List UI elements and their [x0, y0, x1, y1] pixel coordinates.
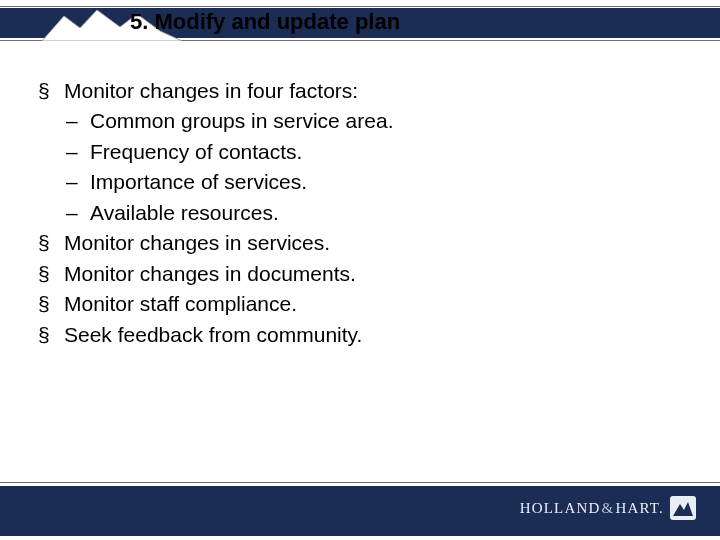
logo-mountain-icon [670, 496, 696, 520]
bullet-text: Monitor changes in four factors: [64, 79, 358, 102]
bullet-text: Monitor changes in documents. [64, 262, 356, 285]
sub-text: Available resources. [90, 201, 279, 224]
footer: HOLLAND&HART. [0, 482, 720, 540]
list-item: Monitor changes in documents. [34, 259, 690, 289]
slide: 5. Modify and update plan Monitor change… [0, 0, 720, 540]
content-area: Monitor changes in four factors: Common … [34, 76, 690, 350]
bullet-text: Seek feedback from community. [64, 323, 362, 346]
sub-list: Common groups in service area. Frequency… [64, 106, 690, 228]
logo-company-1: HOLLAND [520, 500, 601, 516]
svg-rect-0 [670, 496, 696, 520]
slide-title: 5. Modify and update plan [130, 9, 700, 35]
bullet-list: Monitor changes in four factors: Common … [34, 76, 690, 350]
sub-list-item: Frequency of contacts. [64, 137, 690, 167]
footer-rule [0, 482, 720, 483]
list-item: Monitor changes in services. [34, 228, 690, 258]
bullet-text: Monitor staff compliance. [64, 292, 297, 315]
logo-suffix: . [659, 500, 664, 516]
list-item: Seek feedback from community. [34, 320, 690, 350]
sub-text: Importance of services. [90, 170, 307, 193]
sub-list-item: Available resources. [64, 198, 690, 228]
header: 5. Modify and update plan [0, 0, 720, 46]
logo-text: HOLLAND&HART. [520, 500, 664, 517]
sub-text: Common groups in service area. [90, 109, 393, 132]
list-item: Monitor staff compliance. [34, 289, 690, 319]
sub-list-item: Importance of services. [64, 167, 690, 197]
logo-ampersand: & [601, 500, 616, 516]
logo-company-2: HART [615, 500, 659, 516]
sub-list-item: Common groups in service area. [64, 106, 690, 136]
bullet-text: Monitor changes in services. [64, 231, 330, 254]
footer-logo: HOLLAND&HART. [520, 496, 696, 520]
sub-text: Frequency of contacts. [90, 140, 302, 163]
list-item: Monitor changes in four factors: Common … [34, 76, 690, 228]
